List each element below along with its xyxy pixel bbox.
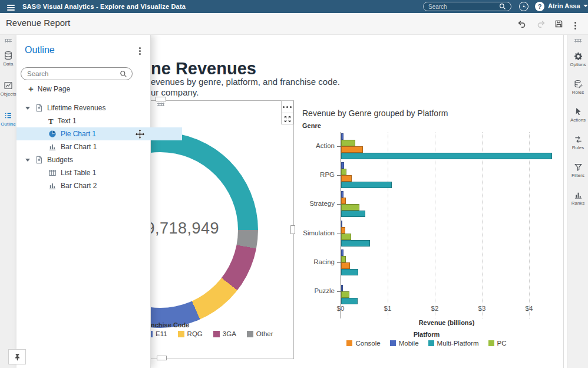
category-label: Racing [293, 258, 335, 265]
undo-button[interactable] [517, 19, 527, 29]
bar-legend-item[interactable]: Console [346, 340, 380, 347]
sidebar-item-objects[interactable]: Objects [0, 81, 16, 97]
bar-mobile-racing[interactable] [341, 249, 343, 256]
legend-label: 3GA [223, 330, 236, 337]
pie-legend-item[interactable]: 3GA [213, 330, 236, 337]
bar-multi-platform-simulation[interactable] [341, 240, 370, 247]
gridline [529, 132, 530, 318]
sidebar-item-options[interactable]: Options [567, 52, 588, 67]
tree-item-lifetime-revenues[interactable]: Lifetime Revenues [16, 101, 159, 114]
sidebar-item-data[interactable]: Data [0, 51, 16, 67]
bar-mobile-puzzle[interactable] [341, 285, 343, 291]
pie-legend-item[interactable]: RQG [178, 330, 203, 337]
object-drag-handle-top[interactable] [156, 97, 166, 101]
search-icon [120, 70, 127, 78]
legend-swatch [428, 340, 434, 346]
sidebar-item-ranks[interactable]: Ranks [567, 190, 588, 206]
app-window: SAS® Visual Analytics - Explore and Visu… [0, 0, 588, 368]
legend-label: Multi-Platform [437, 340, 479, 347]
bar-multi-platform-rpg[interactable] [341, 182, 392, 188]
chevron-down-icon [583, 5, 588, 7]
tree-item-list-table-1[interactable]: List Table 1 [16, 166, 182, 179]
sidebar-item-filters[interactable]: Filters [567, 163, 588, 178]
bar-multi-platform-strategy[interactable] [341, 211, 365, 217]
bar-pc-action[interactable] [341, 140, 355, 146]
bar-chart-y-axis-label: Genre [302, 122, 321, 129]
legend-label: E11 [156, 330, 167, 337]
bar-mobile-rpg[interactable] [341, 162, 344, 169]
new-page-button[interactable]: + New Page [28, 84, 70, 93]
right-rail-grip-icon[interactable] [574, 39, 582, 42]
bar-legend-item[interactable]: Multi-Platform [428, 340, 479, 347]
pin-panel-button[interactable] [8, 349, 26, 364]
redo-button[interactable] [536, 19, 546, 29]
bar-mobile-strategy[interactable] [341, 191, 343, 198]
app-title: SAS® Visual Analytics - Explore and Visu… [22, 3, 186, 10]
page-icon [35, 104, 43, 112]
user-menu[interactable]: Atrin Assa [548, 2, 588, 9]
legend-swatch [346, 340, 352, 346]
bar-pc-rpg[interactable] [341, 169, 346, 175]
bar-mobile-action[interactable] [341, 133, 343, 140]
help-icon[interactable]: ? [535, 2, 544, 11]
outline-search-input[interactable]: Search [21, 67, 133, 80]
category-tick [337, 234, 341, 234]
sidebar-item-actions[interactable]: Actions [567, 107, 588, 123]
page-icon [35, 156, 43, 164]
tree-item-bar-chart-2[interactable]: Bar Chart 2 [16, 179, 182, 192]
gridline [482, 132, 483, 318]
category-tick [337, 146, 341, 147]
legend-label: Other [256, 330, 273, 337]
bar-multi-platform-puzzle[interactable] [341, 298, 358, 304]
bar-pc-strategy[interactable] [341, 204, 359, 211]
mouse-cursor-move-icon [135, 129, 145, 139]
bar-chart-icon [48, 182, 57, 190]
category-tick [337, 204, 341, 205]
bar-console-rpg[interactable] [341, 175, 352, 182]
pie-legend-item[interactable]: Other [247, 330, 273, 337]
legend-swatch [178, 331, 184, 337]
object-resize-handle-right[interactable] [290, 225, 295, 234]
tree-item-bar-chart-1[interactable]: Bar Chart 1 [16, 140, 182, 153]
object-resize-handle-bottom[interactable] [157, 356, 167, 360]
hamburger-menu-icon[interactable] [7, 4, 15, 12]
category-tick [337, 262, 341, 263]
bar-mobile-simulation[interactable] [341, 221, 342, 227]
bar-console-simulation[interactable] [341, 227, 345, 234]
maximize-icon[interactable] [282, 113, 293, 125]
sidebar-item-roles[interactable]: Roles [567, 80, 588, 95]
bar-multi-platform-racing[interactable] [341, 269, 358, 275]
bar-legend-item[interactable]: Mobile [390, 340, 419, 347]
category-label: Strategy [293, 200, 335, 207]
bar-pc-puzzle[interactable] [341, 291, 349, 298]
object-menu-icon[interactable] [282, 101, 293, 113]
bar-console-action[interactable] [341, 146, 363, 153]
tree-item-pie-chart-1[interactable]: Pie Chart 1 [16, 127, 182, 140]
apps-icon[interactable] [519, 2, 528, 11]
bar-pc-simulation[interactable] [341, 234, 351, 240]
caret-down-icon[interactable] [25, 107, 30, 110]
page-title-text: ne Revenues [151, 59, 256, 78]
user-name: Atrin Assa [548, 2, 580, 9]
legend-label: PC [497, 340, 507, 347]
sidebar-item-outline[interactable]: Outline [0, 111, 16, 127]
left-rail-grip-icon[interactable] [5, 39, 12, 42]
tree-item-text-1[interactable]: T Text 1 [16, 114, 182, 127]
outline-icon [4, 111, 13, 120]
report-menu-icon[interactable] [574, 21, 576, 31]
bar-console-racing[interactable] [341, 262, 350, 269]
object-toolbar [281, 100, 293, 124]
save-button[interactable] [554, 19, 563, 28]
ranks-icon [574, 190, 583, 199]
caret-down-icon[interactable] [25, 159, 30, 162]
bar-multi-platform-action[interactable] [341, 153, 552, 159]
bar-console-strategy[interactable] [341, 198, 346, 204]
bar-chart-legend: Platform ConsoleMobileMulti-PlatformPC [302, 331, 551, 347]
tree-item-budgets[interactable]: Budgets [16, 153, 159, 166]
bar-legend-item[interactable]: PC [488, 340, 507, 347]
bar-pc-racing[interactable] [341, 256, 346, 262]
outline-panel-menu-icon[interactable] [139, 46, 141, 56]
global-search-input[interactable]: Search [423, 2, 511, 11]
sidebar-item-rules[interactable]: Rules [567, 135, 588, 150]
objects-icon [4, 81, 13, 90]
